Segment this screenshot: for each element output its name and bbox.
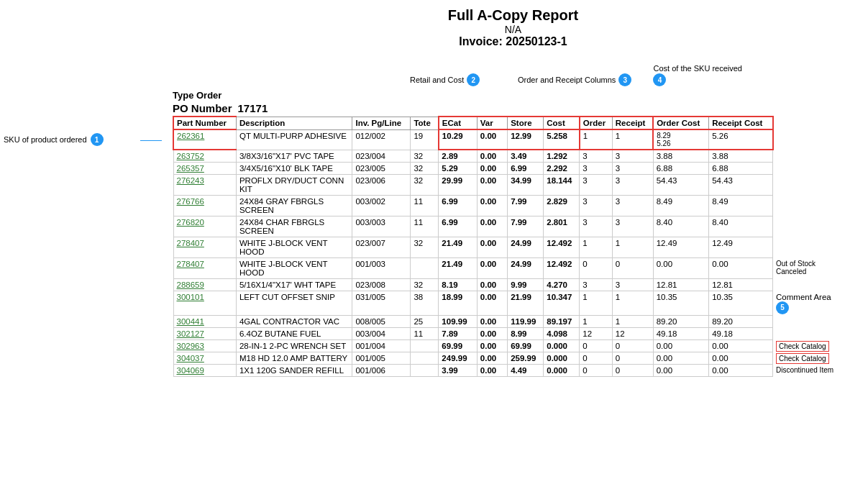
cell-inv: 023/004 (352, 150, 411, 163)
cell-inv: 003/003 (352, 216, 411, 237)
table-row: 262361 QT MULTI-PURP ADHESIVE 012/002 19… (173, 129, 853, 150)
cell-ordercost: 0.00 (653, 340, 708, 352)
cell-cost: 0.000 (544, 365, 580, 377)
cell-desc: QT MULTI-PURP ADHESIVE (236, 129, 352, 150)
cell-inv: 003/002 (352, 196, 411, 216)
cell-receipt: 1 (612, 237, 653, 258)
cell-tote (411, 258, 439, 279)
partnum-link[interactable]: 276820 (177, 218, 204, 227)
cell-inv: 001/006 (352, 365, 411, 377)
cell-partnum: 262361 (173, 129, 236, 150)
cell-order: 0 (580, 352, 612, 365)
cell-order: 0 (580, 365, 612, 377)
partnum-link[interactable]: 276766 (177, 197, 204, 206)
cell-receiptcost: 89.20 (709, 316, 773, 328)
cell-ecat: 6.99 (439, 196, 477, 216)
cell-tote: 25 (411, 316, 439, 328)
cell-partnum: 302963 (173, 340, 236, 352)
sku-ordered-label: SKU of product ordered (4, 135, 87, 144)
cell-store: 12.99 (508, 129, 544, 150)
partnum-link[interactable]: 276243 (177, 176, 204, 185)
cell-ecat: 18.99 (439, 291, 477, 316)
cell-comment: Discontinued Item (773, 365, 853, 377)
cell-ecat: 6.99 (439, 216, 477, 237)
cell-var: 0.00 (477, 237, 507, 258)
cell-comment (773, 163, 853, 175)
cell-order: 3 (580, 216, 612, 237)
cell-cost: 2.829 (544, 196, 580, 216)
cell-cost: 89.197 (544, 316, 580, 328)
cell-inv: 001/005 (352, 352, 411, 365)
cell-tote: 38 (411, 291, 439, 316)
cell-receipt: 1 (612, 291, 653, 316)
partnum-link[interactable]: 278407 (177, 260, 204, 268)
retail-cost-annotation: Retail and Cost 2 (410, 73, 480, 86)
cell-ordercost: 49.18 (653, 328, 708, 340)
cell-var: 0.00 (477, 365, 507, 377)
cell-comment: Comment Area 5 (773, 291, 853, 316)
cell-partnum: 300101 (173, 291, 236, 316)
bubble-3: 3 (618, 73, 631, 86)
cell-partnum: 276766 (173, 196, 236, 216)
report-subtitle: N/A (173, 24, 854, 35)
partnum-link[interactable]: 302127 (177, 329, 204, 338)
cell-store: 34.99 (508, 175, 544, 196)
cell-desc: 28-IN-1 2-PC WRENCH SET (236, 340, 352, 352)
cell-var: 0.00 (477, 328, 507, 340)
cell-ordercost: 0.00 (653, 352, 708, 365)
cell-partnum: 278407 (173, 237, 236, 258)
header-comment (773, 117, 853, 129)
partnum-link[interactable]: 288659 (177, 281, 204, 289)
cell-var: 0.00 (477, 279, 507, 291)
cell-desc: M18 HD 12.0 AMP BATTERY (236, 352, 352, 365)
partnum-link[interactable]: 304069 (177, 366, 204, 375)
cell-store: 8.99 (508, 328, 544, 340)
partnum-link[interactable]: 278407 (177, 239, 204, 247)
cell-cost: 10.347 (544, 291, 580, 316)
cell-receipt: 3 (612, 163, 653, 175)
po-number-value: 17171 (238, 102, 268, 114)
cell-desc: 1X1 120G SANDER REFILL (236, 365, 352, 377)
cell-tote (411, 352, 439, 365)
cell-receiptcost: 54.43 (709, 175, 773, 196)
cell-desc: LEFT CUT OFFSET SNIP (236, 291, 352, 316)
cell-receiptcost: 0.00 (709, 352, 773, 365)
partnum-link[interactable]: 265357 (177, 164, 204, 173)
partnum-link[interactable]: 263752 (177, 152, 204, 160)
cell-comment (773, 175, 853, 196)
cell-receiptcost: 12.81 (709, 279, 773, 291)
cell-partnum: 276243 (173, 175, 236, 196)
cell-ordercost: 12.81 (653, 279, 708, 291)
cell-inv: 031/005 (352, 291, 411, 316)
cell-order: 3 (580, 175, 612, 196)
check-catalog-badge-2: Check Catalog (776, 353, 829, 364)
type-order-section: Type Order PO Number 17171 (173, 90, 854, 114)
partnum-link[interactable]: 302963 (177, 342, 204, 350)
cell-store: 7.99 (508, 196, 544, 216)
partnum-link[interactable]: 262361 (177, 132, 204, 140)
table-container: Part Number Description Inv. Pg/Line Tot… (173, 116, 854, 377)
cell-tote: 32 (411, 175, 439, 196)
cell-comment (773, 150, 853, 163)
cell-partnum: 300441 (173, 316, 236, 328)
cell-ordercost: 3.88 (653, 150, 708, 163)
header-order: Order (580, 117, 612, 129)
report-invoice: Invoice: 20250123-1 (173, 35, 854, 48)
cell-store: 4.49 (508, 365, 544, 377)
cell-tote (411, 340, 439, 352)
cell-receipt: 0 (612, 365, 653, 377)
arrow-line-1 (140, 140, 162, 141)
header-partnum: Part Number (173, 117, 236, 129)
header-store: Store (508, 117, 544, 129)
partnum-link[interactable]: 304037 (177, 354, 204, 363)
cell-receiptcost: 8.49 (709, 196, 773, 216)
cell-ecat: 21.49 (439, 258, 477, 279)
partnum-link[interactable]: 300101 (177, 293, 204, 301)
cell-ordercost: 10.35 (653, 291, 708, 316)
cell-store: 9.99 (508, 279, 544, 291)
cell-cost: 4.098 (544, 328, 580, 340)
partnum-link[interactable]: 300441 (177, 317, 204, 326)
cell-inv: 023/007 (352, 237, 411, 258)
main-content: Full A-Copy Report N/A Invoice: 20250123… (165, 0, 868, 497)
cell-ordercost: 6.88 (653, 163, 708, 175)
